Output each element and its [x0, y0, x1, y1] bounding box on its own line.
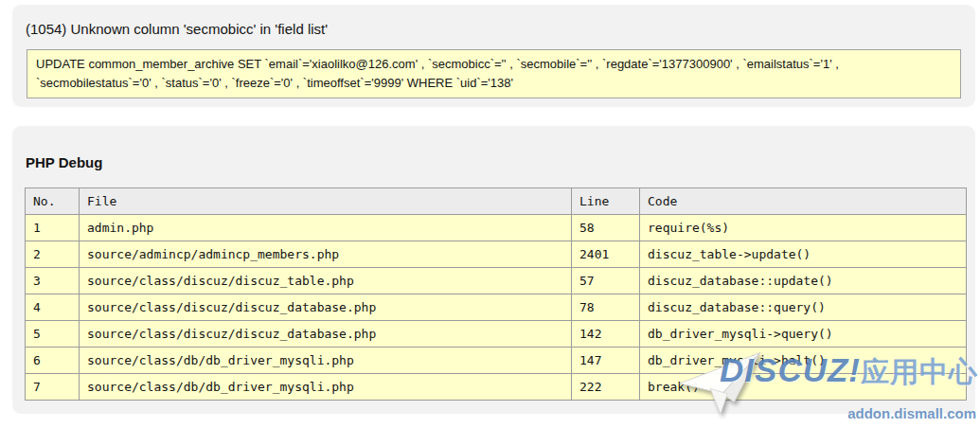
cell-code: break() — [640, 374, 967, 401]
cell-file: source/class/discuz/discuz_database.php — [80, 321, 572, 348]
cell-code: db_driver_mysqli->halt() — [640, 348, 967, 374]
cell-code: discuz_table->update() — [640, 241, 967, 268]
cell-line: 147 — [572, 348, 640, 374]
cell-line: 2401 — [572, 241, 640, 268]
cell-line: 222 — [572, 374, 640, 401]
column-header-code: Code — [640, 188, 967, 215]
error-title: (1054) Unknown column 'secmobicc' in 'fi… — [26, 21, 962, 37]
table-row: 2 source/admincp/admincp_members.php 240… — [26, 241, 967, 268]
cell-file: admin.php — [80, 215, 572, 241]
php-debug-heading: PHP Debug — [26, 154, 962, 170]
cell-no: 1 — [26, 215, 80, 241]
cell-code: require(%s) — [640, 215, 967, 241]
cell-no: 7 — [26, 374, 80, 401]
cell-line: 78 — [572, 294, 640, 321]
table-row: 4 source/class/discuz/discuz_database.ph… — [26, 294, 967, 321]
table-header-row: No. File Line Code — [26, 188, 967, 215]
table-row: 1 admin.php 58 require(%s) — [26, 215, 967, 241]
cell-no: 2 — [26, 241, 80, 268]
cell-file: source/admincp/admincp_members.php — [80, 241, 572, 268]
cell-file: source/class/db/db_driver_mysqli.php — [80, 348, 572, 374]
cell-line: 57 — [572, 268, 640, 294]
cell-code: discuz_database::update() — [640, 268, 967, 294]
cell-no: 6 — [26, 348, 80, 374]
cell-code: db_driver_mysqli->query() — [640, 321, 967, 348]
cell-no: 5 — [26, 321, 80, 348]
cell-file: source/class/discuz/discuz_table.php — [80, 268, 572, 294]
cell-no: 3 — [26, 268, 80, 294]
cell-line: 142 — [572, 321, 640, 348]
table-row: 3 source/class/discuz/discuz_table.php 5… — [26, 268, 967, 294]
debug-trace-table: No. File Line Code 1 admin.php 58 requir… — [25, 187, 967, 401]
column-header-no: No. — [26, 188, 80, 215]
cell-file: source/class/discuz/discuz_database.php — [80, 294, 572, 321]
error-panel: (1054) Unknown column 'secmobicc' in 'fi… — [12, 5, 975, 107]
column-header-line: Line — [572, 188, 640, 215]
cell-file: source/class/db/db_driver_mysqli.php — [80, 374, 572, 401]
cell-code: discuz_database::query() — [640, 294, 967, 321]
table-row: 6 source/class/db/db_driver_mysqli.php 1… — [26, 348, 967, 374]
php-debug-panel: PHP Debug No. File Line Code 1 admin.php… — [12, 126, 975, 414]
column-header-file: File — [80, 188, 572, 215]
cell-line: 58 — [572, 215, 640, 241]
table-row: 5 source/class/discuz/discuz_database.ph… — [26, 321, 967, 348]
cell-no: 4 — [26, 294, 80, 321]
table-row: 7 source/class/db/db_driver_mysqli.php 2… — [26, 374, 967, 401]
sql-query-box: UPDATE common_member_archive SET `email`… — [27, 49, 961, 98]
